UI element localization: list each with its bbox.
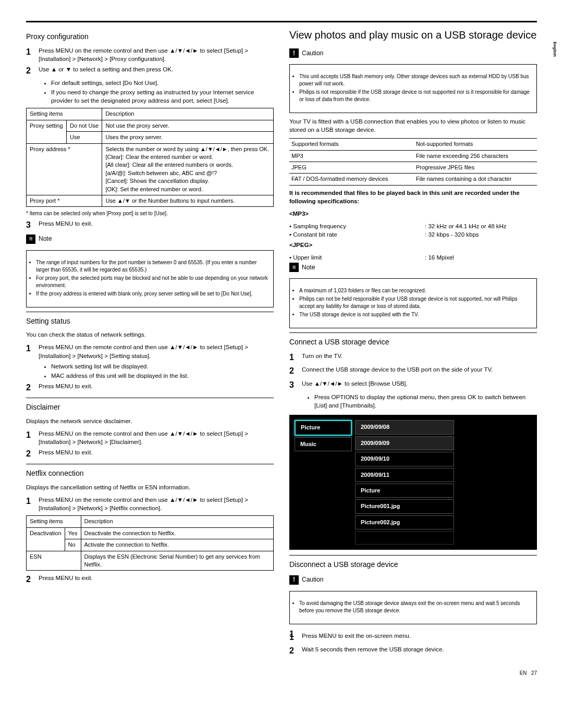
netflix-step1: Press MENU on the remote control and the…: [39, 496, 274, 512]
cell: FAT / DOS-formatted memory devices: [289, 174, 414, 185]
disconnect-caution-box: To avoid damaging the USB storage device…: [289, 591, 537, 624]
step-num: 2: [26, 65, 39, 77]
cell: JPEG: [289, 162, 414, 173]
note-item: Philips can not be held responsible if y…: [299, 295, 532, 310]
caution-header: ! Caution: [289, 47, 537, 60]
step-num: 3: [289, 379, 302, 391]
note-icon: ≡: [26, 235, 35, 244]
step-num: 2: [26, 382, 39, 393]
cell: Do not Use: [67, 120, 102, 131]
tv-list-item-empty: [355, 531, 454, 545]
usb-title: View photos and play music on a USB stor…: [289, 28, 537, 42]
note-item: If the proxy address is entered with bla…: [36, 290, 269, 298]
disc-step1: Press MENU on the remote control and the…: [39, 429, 274, 446]
usb-caution-box: This unit accepts USB flash memory only.…: [289, 64, 537, 113]
netflix-intro: Displays the cancellation setting of Net…: [26, 483, 274, 491]
tv-browse-screenshot: Picture Music 2009/09/08 2009/09/09 2009…: [289, 415, 537, 550]
status-step2: Press MENU to exit.: [39, 382, 274, 393]
note-item: For proxy port, the selected ports may b…: [36, 275, 269, 289]
cell: ESN: [27, 551, 81, 571]
note-header: ≡ Note: [289, 262, 537, 274]
connect-step2: Connect the USB storage device to the US…: [302, 365, 537, 377]
cell: Use ▲/▼ or the Number buttons to input n…: [102, 195, 274, 206]
page-footer: EN 27: [26, 670, 537, 677]
note-icon: ≡: [289, 263, 299, 272]
note-item: The USB storage device is not supplied w…: [299, 311, 532, 318]
cell: Proxy address *: [27, 143, 102, 195]
cell: Deactivation: [27, 527, 65, 551]
netflix-title: Netflix connection: [26, 468, 274, 479]
cell: Proxy setting: [27, 120, 67, 143]
spec-label: • Constant bit rate: [289, 230, 425, 239]
usb-note-box: A maximum of 1,023 folders or files can …: [289, 278, 537, 328]
status-b1: Network setting list will be displayed.: [51, 362, 274, 371]
left-column: Proxy configuration 1Press MENU on the r…: [26, 28, 274, 659]
disc-step2: Press MENU to exit.: [39, 448, 274, 460]
step-num: 1: [289, 352, 302, 363]
note-item: A maximum of 1,023 folders or files can …: [299, 287, 532, 294]
th: Setting items: [27, 516, 81, 527]
tv-picture-tab: Picture: [295, 420, 352, 435]
step-num: 1: [289, 632, 302, 643]
spec-val: : 32 kbps - 320 kbps: [425, 230, 537, 239]
usb-rec: It is recommended that files to be playe…: [289, 189, 537, 205]
tv-list-item: 2009/09/10: [355, 452, 454, 466]
disconnect-usb-title: Disconnect a USB storage device: [289, 560, 537, 570]
proxy-settings-table: Setting itemsDescription Proxy settingDo…: [26, 108, 274, 207]
spec-val: : 32 kHz or 44.1 kHz or 48 kHz: [425, 222, 537, 230]
tv-list-item: 2009/09/11: [355, 468, 454, 482]
caution-title: Caution: [302, 49, 323, 58]
note-title: Note: [302, 263, 315, 272]
proxy-step1: Press MENU on the remote control and the…: [39, 46, 274, 63]
spec-val: : 16 Mpixel: [425, 253, 537, 262]
cell: Uses the proxy server.: [102, 132, 274, 143]
jpeg-head: <JPEG>: [289, 241, 537, 249]
cell: Activate the connection to Netflix.: [81, 539, 274, 551]
step-num: 2: [26, 574, 39, 585]
cell: File names containing a dot character: [414, 174, 537, 185]
cell: Use: [67, 132, 102, 143]
disconnect-step1: Press MENU to exit the on-screen menu.: [302, 632, 537, 643]
connect-step3: Use ▲/▼/◄/► to select [Browse USB].: [302, 379, 537, 391]
th-items: Setting items: [27, 108, 102, 120]
page-content: Proxy configuration 1Press MENU on the r…: [26, 28, 537, 659]
tv-music-tab: Music: [295, 437, 352, 451]
tv-list-item: 2009/09/09: [355, 436, 454, 450]
status-b2: MAC address of this unit will be display…: [51, 372, 274, 380]
step-num: 3: [26, 219, 39, 231]
tv-list-item: Picture002.jpg: [355, 515, 454, 529]
disconnect-step2: Wait 5 seconds then remove the USB stora…: [302, 645, 537, 657]
cell: MP3: [289, 150, 414, 162]
cell: Yes: [65, 527, 81, 539]
connect-step1: Turn on the TV.: [302, 352, 537, 363]
netflix-step2: Press MENU to exit.: [39, 574, 274, 585]
step-num: 1: [26, 46, 39, 63]
netflix-table: Setting itemsDescription DeactivationYes…: [26, 515, 274, 571]
fh2: Not-supported formats: [414, 139, 537, 150]
step-num: 1: [26, 343, 39, 360]
caution-icon: !: [289, 48, 299, 58]
caution-title: Caution: [302, 575, 323, 584]
note-header: ≡ Note: [26, 233, 274, 246]
th: Description: [81, 516, 274, 527]
proxy-footnote: * Items can be selected only when [Proxy…: [26, 210, 274, 217]
status-step1: Press MENU on the remote control and the…: [39, 343, 274, 360]
connect-usb-title: Connect a USB storage device: [289, 337, 537, 348]
fh1: Supported formats: [289, 139, 414, 150]
tv-list-item: Picture: [355, 484, 454, 498]
tv-list-item: 2009/09/08: [355, 420, 454, 434]
proxy-step3: Press MENU to exit.: [39, 219, 274, 231]
step-num: 1: [26, 429, 39, 446]
step-num: 2: [289, 645, 302, 657]
note-title: Note: [39, 235, 52, 243]
note-item: The range of input numbers for the port …: [36, 259, 269, 274]
cell: Displays the ESN (Electronic Serial Numb…: [81, 551, 274, 571]
th-desc: Description: [102, 108, 274, 120]
connect-b1: Press OPTIONS to display the optional me…: [314, 393, 537, 410]
formats-table: Supported formatsNot-supported formats M…: [289, 138, 537, 186]
cell: Selects the number or word by using ▲/▼/…: [102, 143, 274, 195]
spec-label: • Sampling frequency: [289, 222, 425, 230]
caution-header: ! Caution: [289, 574, 537, 587]
language-tab: English: [552, 42, 558, 57]
proxy-note-box: The range of input numbers for the port …: [26, 250, 274, 307]
